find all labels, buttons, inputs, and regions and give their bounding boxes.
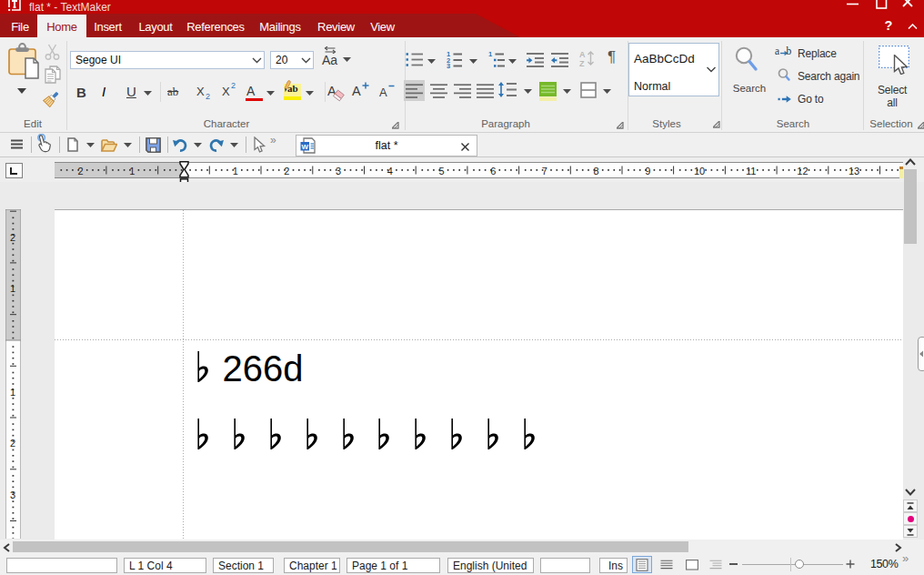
- svg-text:2: 2: [10, 438, 15, 449]
- svg-text:7: 7: [542, 166, 547, 177]
- svg-text:5: 5: [438, 166, 444, 177]
- svg-text:3: 3: [10, 489, 15, 500]
- svg-text:1: 1: [10, 283, 15, 294]
- svg-text:3: 3: [447, 62, 450, 68]
- svg-text:9: 9: [645, 166, 650, 177]
- svg-text:11: 11: [746, 166, 756, 177]
- svg-text:A: A: [579, 50, 586, 59]
- svg-text:1: 1: [10, 387, 15, 398]
- svg-text:12: 12: [797, 166, 808, 177]
- svg-text:4: 4: [387, 166, 393, 177]
- svg-text:6: 6: [490, 166, 496, 177]
- svg-text:Z: Z: [579, 59, 585, 67]
- svg-text:2: 2: [284, 166, 289, 177]
- svg-text:2: 2: [10, 232, 15, 243]
- svg-text:1: 1: [233, 166, 238, 177]
- svg-text:3: 3: [336, 166, 341, 177]
- svg-text:8: 8: [594, 166, 599, 177]
- svg-text:1: 1: [129, 166, 135, 177]
- svg-text:10: 10: [694, 166, 705, 177]
- svg-text:W: W: [302, 143, 309, 151]
- svg-text:13: 13: [849, 166, 859, 177]
- svg-text:1: 1: [488, 50, 492, 58]
- svg-text:2: 2: [78, 166, 84, 177]
